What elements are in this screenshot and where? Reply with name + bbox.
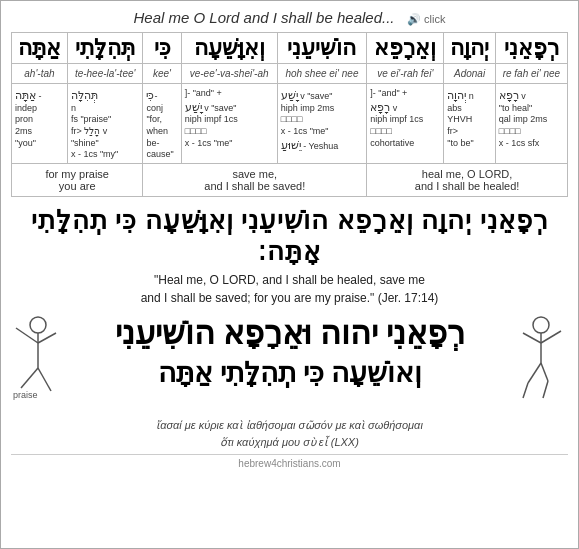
translit-text-veavashea: ve-ee'-va-shei'-ah — [185, 68, 274, 79]
translit-text-vearafe: ve ei'-rah fei' — [370, 68, 440, 79]
art-hebrew-line2: וְאוֹשֵׁעָה כִּי תְהִלָּתִי אַתָּה — [71, 355, 508, 391]
parse-heb-veavashea: יָשַׁע — [185, 100, 202, 114]
hebrew-word-tehillati: תְּהִלָּתִי — [71, 35, 140, 61]
hebrew-word-veavashea: וְאִוָּשֵׁעָה — [185, 35, 274, 61]
svg-line-14 — [543, 381, 548, 398]
page-title: Heal me O Lord and I shall be healed... — [134, 9, 395, 26]
hebrew-word-vearafe: וְאֵרָפֵא — [370, 35, 440, 61]
hebrew-word-adonai: יְהוָה — [447, 35, 491, 61]
word-cell-atah: אַתָּה — [12, 33, 68, 64]
art-hebrew-text: רְפָאֵנִי יהוה וּאֵרָפָא הוֹשִׁיעֵנִי וְ… — [71, 313, 508, 391]
figure-right — [513, 313, 568, 403]
parse-refaeni: רָפָא v "to heal"qal imp 2ms□□□□ x - 1cs… — [495, 84, 567, 164]
translit-hoshieini: hoh shee ei' nee — [277, 64, 367, 84]
translit-tehillati: te-hee-la'-tee' — [67, 64, 143, 84]
translit-row: ah'-tah te-hee-la'-tee' kee' ve-ee'-va-s… — [12, 64, 568, 84]
footer: hebrew4christians.com — [11, 454, 568, 469]
parse-heb-tehillati: תְּהִלָּה — [71, 88, 98, 102]
translit-atah: ah'-tah — [12, 64, 68, 84]
audio-icon[interactable]: 🔊 click — [407, 13, 445, 25]
parse-heb-refaeni: רָפָא — [499, 88, 519, 102]
word-cell-vearafe: וְאֵרָפֵא — [367, 33, 444, 64]
translit-vearafe: ve ei'-rah fei' — [367, 64, 444, 84]
parse-heb-hoshieini: יָשַׁע — [281, 88, 298, 102]
word-cell-tehillati: תְּהִלָּתִי — [67, 33, 143, 64]
word-analysis-table: אַתָּה תְּהִלָּתִי כִּי וְאִוָּשֵׁעָה הו… — [11, 32, 568, 197]
translit-veavashea: ve-ee'-va-shei'-ah — [181, 64, 277, 84]
click-label: click — [424, 13, 445, 25]
parse-block-ki: כִּי- conj"for,whenbe-cause" — [146, 88, 177, 161]
parse-block-refaeni: רָפָא v "to heal"qal imp 2ms□□□□ x - 1cs… — [499, 88, 564, 149]
parse-block-vearafe: ]- "and" + רָפָא v niph impf 1cs□□□□ coh… — [370, 88, 440, 149]
hebrew-word-hoshieini: הוֹשִׁיעֵנִי — [281, 35, 364, 61]
parse-block-atah: אַתָּה - indeppron2ms"you" — [15, 88, 64, 149]
parse-atah: אַתָּה - indeppron2ms"you" — [12, 84, 68, 164]
parse-veavashea: ]- "and" + יָשַׁע v "save" niph impf 1cs… — [181, 84, 277, 164]
greek-lxx: ἴασαί με κύριε καὶ ἰαθήσομαι σῶσόν με κα… — [11, 417, 568, 450]
translit-adonai: Adonai — [444, 64, 495, 84]
translation-heal: heal me, O LORD,and I shall be healed! — [367, 164, 568, 197]
english-quote: "Heal me, O LORD, and I shall be healed,… — [11, 271, 568, 307]
hebrew-row: אַתָּה תְּהִלָּתִי כִּי וְאִוָּשֵׁעָה הו… — [12, 33, 568, 64]
svg-line-3 — [38, 333, 56, 343]
svg-line-11 — [528, 363, 541, 383]
svg-point-7 — [533, 317, 549, 333]
hebrew-word-refaeni: רְפָאֵנִי — [499, 35, 564, 61]
figure-left-svg: praise — [11, 313, 66, 403]
parse-yeshua: יֵשׁוּעַ — [281, 138, 301, 152]
svg-point-0 — [30, 317, 46, 333]
parse-tehillati: תְּהִלָּה nfs "praise"fr> הָלַל v"shine"… — [67, 84, 143, 164]
art-section: praise רְפָאֵנִי יהוה וּאֵרָפָא הוֹשִׁיע… — [11, 313, 568, 413]
word-cell-hoshieini: הוֹשִׁיעֵנִי — [277, 33, 367, 64]
art-hebrew-line1: רְפָאֵנִי יהוה וּאֵרָפָא הוֹשִׁיעֵנִי — [71, 313, 508, 355]
translit-text-refaeni: re fah ei' nee — [499, 68, 564, 79]
svg-line-13 — [541, 363, 548, 381]
page: Heal me O Lord and I shall be healed... … — [1, 1, 578, 477]
title-row: Heal me O Lord and I shall be healed... … — [11, 9, 568, 26]
translation-save: save me,and I shall be saved! — [143, 164, 367, 197]
parse-hoshieini: יָשַׁע v "save" hiph imp 2ms□□□□ x - 1cs… — [277, 84, 367, 164]
hebrew-large-line: רְפָאֵנִי יְהוָה וְאֵרָפֵא הוֹשִׁיעֵנִי … — [11, 205, 568, 267]
parse-adonai: יְהוָה n absYHVHfr>"to be" — [444, 84, 495, 164]
parse-heb-ki: כִּי — [146, 88, 154, 102]
word-cell-adonai: יְהוָה — [444, 33, 495, 64]
svg-text:praise: praise — [13, 390, 38, 400]
translit-ki: kee' — [143, 64, 181, 84]
translit-text-hoshieini: hoh shee ei' nee — [281, 68, 364, 79]
svg-line-12 — [523, 383, 528, 398]
parse-block-adonai: יְהוָה n absYHVHfr>"to be" — [447, 88, 491, 149]
parse-heb-atah: אַתָּה — [15, 88, 36, 102]
translit-text-tehillati: te-hee-la'-tee' — [71, 68, 140, 79]
parse-vearafe: ]- "and" + רָפָא v niph impf 1cs□□□□ coh… — [367, 84, 444, 164]
translit-text-atah: ah'-tah — [15, 68, 64, 79]
word-cell-ki: כִּי — [143, 33, 181, 64]
svg-line-4 — [21, 368, 38, 388]
figure-right-svg — [513, 313, 568, 403]
figure-left: praise — [11, 313, 66, 403]
parse-heb-adonai: יְהוָה — [447, 88, 466, 102]
svg-line-5 — [38, 368, 51, 391]
translit-text-ki: kee' — [146, 68, 177, 79]
hebrew-word-ki: כִּי — [146, 35, 177, 61]
parse-ki: כִּי- conj"for,whenbe-cause" — [143, 84, 181, 164]
translation-row: for my praiseyou are save me,and I shall… — [12, 164, 568, 197]
parse-block-hoshieini: יָשַׁע v "save" hiph imp 2ms□□□□ x - 1cs… — [281, 88, 364, 152]
hebrew-word-atah: אַתָּה — [15, 35, 64, 61]
parse-block-tehillati: תְּהִלָּה nfs "praise"fr> הָלַל v"shine"… — [71, 88, 140, 161]
word-cell-refaeni: רְפָאֵנִי — [495, 33, 567, 64]
translit-text-adonai: Adonai — [447, 68, 491, 79]
translation-praise: for my praiseyou are — [12, 164, 143, 197]
parse-block-veavashea: ]- "and" + יָשַׁע v "save" niph impf 1cs… — [185, 88, 274, 149]
parse-heb-vearafe: רָפָא — [370, 100, 390, 114]
parsing-row: אַתָּה - indeppron2ms"you" תְּהִלָּה nfs… — [12, 84, 568, 164]
translit-refaeni: re fah ei' nee — [495, 64, 567, 84]
word-cell-veavashea: וְאִוָּשֵׁעָה — [181, 33, 277, 64]
svg-line-9 — [523, 333, 541, 343]
svg-line-2 — [16, 328, 38, 343]
